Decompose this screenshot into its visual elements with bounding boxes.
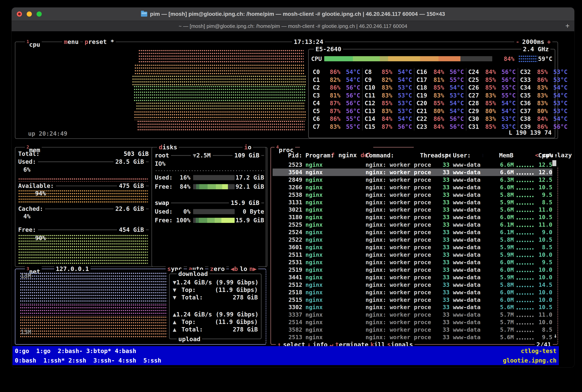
title-bar[interactable]: pim — [mosh] pim@glootie.ipng.ch: /home/…	[12, 8, 574, 20]
new-tab-button[interactable]: +	[566, 22, 570, 30]
process-pid: 2512	[273, 282, 302, 288]
process-row[interactable]: 2525nginxnginx: worker proce33www-data6.…	[273, 221, 552, 228]
clock: 17:13:24	[292, 38, 325, 46]
cpu-box-title[interactable]: 1cpu	[25, 38, 42, 48]
upload-top: ▲ Top: (11.9 Gibps)	[173, 318, 258, 325]
col-command[interactable]: Command:	[366, 152, 394, 159]
process-row[interactable]: 2515nginxnginx: worker proce33www-data6.…	[273, 296, 552, 304]
process-row[interactable]: 2511nginxnginx: worker proce33www-data5.…	[273, 251, 552, 258]
cpu-frequency: 2.4 GHz	[521, 45, 550, 53]
col-pid[interactable]: Pid:	[273, 152, 302, 159]
process-cpu: 10.0	[534, 319, 552, 326]
process-row[interactable]: 3582nginxnginx: worker proce33www-data5.…	[273, 326, 552, 334]
disks-title[interactable]: disks	[157, 143, 179, 151]
process-row[interactable]: 2518nginxnginx: worker proce33www-data6.…	[273, 288, 552, 296]
process-mem-graph	[517, 268, 534, 272]
tmux-session-name: ctlog-test	[521, 348, 557, 354]
process-row[interactable]: 3601nginxnginx: worker proce33www-data5.…	[273, 244, 552, 251]
sort-direction-icon[interactable]: ↑	[554, 152, 558, 159]
core-cell: C2685%55°C	[466, 84, 518, 92]
process-row[interactable]: 3021nginxnginx: worker proce33www-data5.…	[273, 206, 552, 214]
col-threads[interactable]: Threads:	[417, 152, 449, 159]
core-name: C4	[313, 100, 330, 106]
process-user: www-data	[453, 326, 496, 333]
core-cell: C3683%53°C	[518, 99, 570, 107]
tmux-bar-inner: 0:bash 1:ssh* 2:ssh 3:ssh- 4:ssh 5:ssh g…	[12, 356, 559, 365]
mem-total-row: Total:503 GiB	[18, 150, 149, 157]
cpu-graph-band	[134, 110, 306, 120]
core-name: C28	[468, 100, 485, 106]
col-mem[interactable]: MemB	[495, 152, 513, 159]
process-row[interactable]: 3337nginxnginx: worker proce33www-data5.…	[273, 311, 552, 318]
next-interface-button[interactable]: n▶	[249, 265, 257, 273]
process-row[interactable]: 2512nginxnginx: worker proce33www-data5.…	[273, 281, 552, 288]
scrollbar-thumb[interactable]	[552, 160, 556, 166]
core-temp: 54°C	[548, 84, 568, 91]
core-percent: 83%	[537, 100, 548, 106]
process-pid: 2513	[273, 334, 302, 340]
mem-used-row: Used:28.5 GiB	[18, 158, 149, 165]
process-row[interactable]: 3441nginxnginx: worker proce33www-data5.…	[273, 274, 552, 281]
core-temp: 53°C	[392, 100, 412, 106]
process-name: nginx	[305, 259, 362, 266]
process-row[interactable]: 2519nginxnginx: worker proce33www-data6.…	[273, 266, 552, 274]
process-row[interactable]: 2531nginxnginx: worker proce33www-data6.…	[273, 258, 552, 266]
tmux-window-list[interactable]: 0:bash 1:ssh* 2:ssh 3:ssh- 4:ssh 5:ssh	[15, 357, 161, 364]
close-button[interactable]	[17, 12, 22, 16]
cpu-graph-band-mid	[134, 85, 306, 102]
process-mem: 5.7M	[496, 326, 514, 333]
io-button[interactable]: io	[243, 143, 253, 151]
core-percent: 84%	[537, 115, 548, 122]
prev-interface-button[interactable]: ◀b	[230, 265, 238, 273]
tmux-window-list[interactable]: 0:go 1:go 2:bash- 3:btop* 4:bash	[15, 348, 136, 354]
minimize-button[interactable]	[27, 12, 32, 16]
process-row[interactable]: 2849nginxnginx: worker proce33www-data6.…	[273, 176, 552, 184]
process-name: nginx	[305, 184, 362, 191]
process-name: nginx	[305, 229, 362, 236]
process-row[interactable]: 2522nginxnginx: worker proce33www-data5.…	[273, 236, 552, 244]
scroll-down-icon[interactable]: ↓	[554, 332, 557, 339]
core-cell: C3780%53°C	[518, 107, 570, 115]
col-user[interactable]: User:	[453, 152, 471, 159]
core-temp: 56°C	[444, 68, 464, 75]
process-row[interactable]: 3266nginxnginx: worker proce33www-data6.…	[273, 184, 552, 191]
zero-button[interactable]: zero	[208, 265, 226, 273]
process-command: nginx: worker proce	[366, 282, 443, 288]
process-user: www-data	[453, 289, 496, 296]
preset-button[interactable]: preset *	[83, 38, 116, 46]
core-cell: C2585%56°C	[466, 76, 518, 84]
process-cpu: 11.0	[534, 311, 552, 318]
process-row[interactable]: 2538nginxnginx: worker proce33www-data5.…	[273, 191, 552, 198]
process-user: www-data	[453, 162, 496, 168]
core-cell: C2384%56°C	[414, 123, 466, 131]
process-row[interactable]: 2523nginxnginx: worker proce33www-data6.…	[273, 161, 552, 168]
process-threads: 33	[443, 199, 449, 206]
zoom-button[interactable]	[36, 12, 42, 16]
core-name: C17	[416, 76, 433, 83]
process-row[interactable]: 2514nginxnginx: worker proce33www-data5.…	[273, 318, 552, 326]
interval-decrease-button[interactable]: -	[516, 38, 520, 46]
process-row[interactable]: 3180nginxnginx: worker proce33www-data6.…	[273, 214, 552, 221]
process-cpu: 11.0	[534, 206, 552, 213]
core-percent: 85%	[382, 68, 392, 75]
col-program[interactable]: Program:	[305, 152, 334, 159]
window-title-text: pim — [mosh] pim@glootie.ipng.ch: /home/…	[150, 11, 445, 17]
menu-button[interactable]: menu	[62, 38, 80, 46]
process-row[interactable]: 3131nginxnginx: worker proce33www-data5.…	[273, 198, 552, 206]
process-pid: 2522	[273, 236, 302, 243]
interval-increase-button[interactable]: +	[547, 38, 551, 46]
process-row[interactable]: 3302nginxnginx: worker proce33www-data5.…	[273, 304, 552, 311]
process-user: www-data	[453, 296, 496, 303]
process-command: nginx: worker proce	[366, 311, 443, 318]
core-name: C1	[313, 76, 330, 83]
col-cpu[interactable]: Cpu%	[536, 152, 553, 159]
process-cpu: 9.5	[534, 334, 552, 340]
process-mem: 6.0M	[496, 259, 514, 266]
process-threads: 33	[443, 259, 449, 266]
process-row[interactable]: 2513nginxnginx: worker proce33www-data5.…	[273, 334, 552, 341]
process-command: nginx: worker proce	[366, 199, 443, 206]
process-command: nginx: worker proce	[366, 169, 443, 176]
process-row[interactable]: 3504nginxnginx: worker proce33www-data6.…	[273, 168, 552, 176]
process-row[interactable]: 2524nginxnginx: worker proce33www-data6.…	[273, 228, 552, 236]
core-percent: 84%	[433, 68, 444, 75]
